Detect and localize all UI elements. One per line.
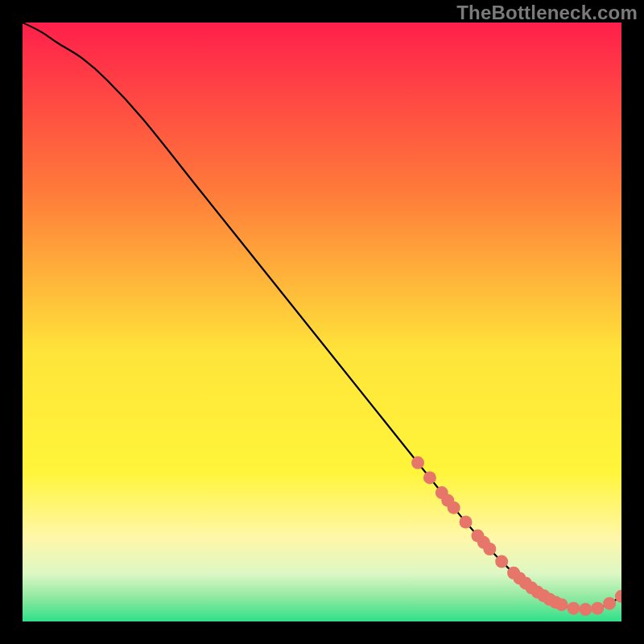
curve-marker: [555, 598, 568, 611]
gradient-background: [23, 23, 621, 621]
curve-marker: [579, 603, 592, 616]
curve-marker: [603, 597, 616, 610]
chart-container: TheBottleneck.com: [0, 0, 644, 644]
curve-marker: [567, 602, 580, 615]
curve-marker: [591, 602, 604, 615]
chart-svg: [23, 23, 621, 621]
curve-marker: [495, 555, 508, 568]
plot-area: [23, 23, 621, 621]
watermark-label: TheBottleneck.com: [456, 2, 638, 24]
curve-marker: [423, 471, 436, 484]
curve-marker: [483, 543, 496, 555]
curve-marker: [448, 502, 460, 514]
curve-marker: [460, 516, 473, 529]
curve-marker: [411, 456, 424, 469]
